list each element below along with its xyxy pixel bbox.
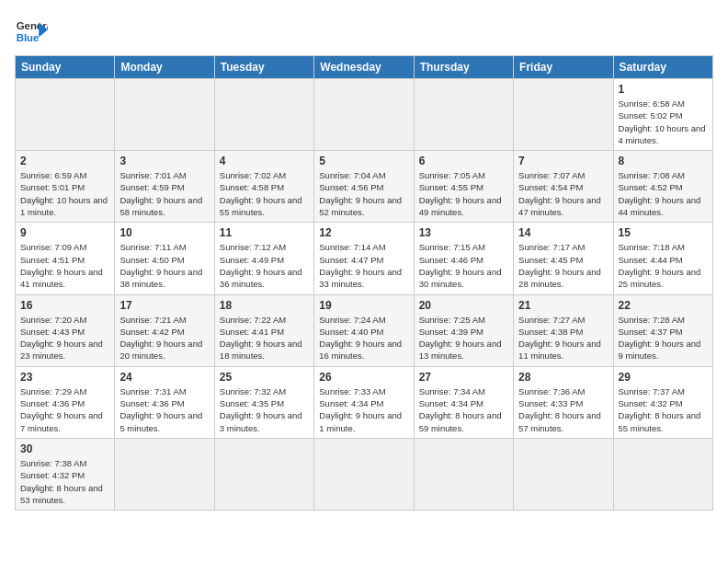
calendar-cell [115, 79, 214, 151]
day-info: Sunrise: 7:28 AM Sunset: 4:37 PM Dayligh… [619, 314, 708, 362]
calendar-week-row: 16Sunrise: 7:20 AM Sunset: 4:43 PM Dayli… [16, 294, 713, 366]
calendar-cell: 26Sunrise: 7:33 AM Sunset: 4:34 PM Dayli… [314, 366, 414, 438]
day-number: 28 [518, 371, 608, 384]
day-number: 3 [119, 155, 209, 167]
calendar-cell [16, 79, 115, 151]
calendar-week-row: 9Sunrise: 7:09 AM Sunset: 4:51 PM Daylig… [16, 223, 713, 294]
calendar-cell: 22Sunrise: 7:28 AM Sunset: 4:37 PM Dayli… [613, 294, 712, 366]
day-number: 13 [419, 226, 508, 239]
calendar-cell: 13Sunrise: 7:15 AM Sunset: 4:46 PM Dayli… [414, 223, 513, 294]
calendar-cell: 6Sunrise: 7:05 AM Sunset: 4:55 PM Daylig… [414, 151, 513, 223]
calendar-cell: 16Sunrise: 7:20 AM Sunset: 4:43 PM Dayli… [16, 294, 115, 366]
day-info: Sunrise: 7:37 AM Sunset: 4:32 PM Dayligh… [619, 385, 708, 434]
day-number: 14 [518, 226, 608, 239]
day-info: Sunrise: 7:11 AM Sunset: 4:50 PM Dayligh… [119, 241, 209, 290]
day-info: Sunrise: 7:36 AM Sunset: 4:33 PM Dayligh… [518, 385, 608, 434]
calendar-week-row: 2Sunrise: 6:59 AM Sunset: 5:01 PM Daylig… [16, 151, 713, 223]
day-number: 8 [619, 155, 708, 167]
calendar-cell: 7Sunrise: 7:07 AM Sunset: 4:54 PM Daylig… [514, 151, 613, 223]
day-info: Sunrise: 7:18 AM Sunset: 4:44 PM Dayligh… [619, 241, 708, 290]
calendar-cell: 12Sunrise: 7:14 AM Sunset: 4:47 PM Dayli… [314, 223, 414, 294]
day-number: 1 [619, 83, 708, 96]
day-info: Sunrise: 7:24 AM Sunset: 4:40 PM Dayligh… [319, 314, 408, 362]
calendar-cell: 15Sunrise: 7:18 AM Sunset: 4:44 PM Dayli… [613, 223, 712, 294]
day-number: 7 [518, 155, 608, 167]
calendar-cell [214, 438, 313, 510]
generalblue-logo-icon: General Blue [15, 15, 48, 48]
day-number: 27 [419, 371, 508, 384]
calendar-cell [115, 438, 214, 510]
day-header-sunday: Sunday [16, 56, 115, 79]
calendar-header-row: SundayMondayTuesdayWednesdayThursdayFrid… [16, 56, 713, 79]
day-number: 17 [119, 299, 209, 312]
day-info: Sunrise: 7:05 AM Sunset: 4:55 PM Dayligh… [419, 169, 508, 218]
calendar-cell: 23Sunrise: 7:29 AM Sunset: 4:36 PM Dayli… [16, 366, 115, 438]
day-header-wednesday: Wednesday [314, 56, 414, 79]
day-number: 12 [319, 226, 408, 239]
calendar-cell [414, 438, 513, 510]
calendar-cell [514, 79, 613, 151]
calendar-cell: 17Sunrise: 7:21 AM Sunset: 4:42 PM Dayli… [115, 294, 214, 366]
day-number: 22 [619, 299, 708, 312]
day-header-tuesday: Tuesday [214, 56, 313, 79]
day-info: Sunrise: 6:59 AM Sunset: 5:01 PM Dayligh… [20, 169, 109, 218]
day-info: Sunrise: 7:22 AM Sunset: 4:41 PM Dayligh… [220, 314, 309, 362]
calendar-week-row: 1Sunrise: 6:58 AM Sunset: 5:02 PM Daylig… [16, 79, 713, 151]
logo: General Blue [15, 15, 48, 48]
calendar-cell [414, 79, 513, 151]
day-info: Sunrise: 7:32 AM Sunset: 4:35 PM Dayligh… [220, 385, 309, 434]
day-info: Sunrise: 7:20 AM Sunset: 4:43 PM Dayligh… [20, 314, 109, 362]
day-info: Sunrise: 7:17 AM Sunset: 4:45 PM Dayligh… [518, 241, 608, 290]
day-number: 10 [119, 226, 209, 239]
calendar-cell: 14Sunrise: 7:17 AM Sunset: 4:45 PM Dayli… [514, 223, 613, 294]
day-number: 9 [20, 226, 109, 239]
day-number: 19 [319, 299, 408, 312]
calendar-cell: 2Sunrise: 6:59 AM Sunset: 5:01 PM Daylig… [16, 151, 115, 223]
calendar-cell: 11Sunrise: 7:12 AM Sunset: 4:49 PM Dayli… [214, 223, 313, 294]
day-info: Sunrise: 7:25 AM Sunset: 4:39 PM Dayligh… [419, 314, 508, 362]
day-number: 6 [419, 155, 508, 167]
day-info: Sunrise: 7:21 AM Sunset: 4:42 PM Dayligh… [119, 314, 209, 362]
day-info: Sunrise: 7:07 AM Sunset: 4:54 PM Dayligh… [518, 169, 608, 218]
calendar-cell: 8Sunrise: 7:08 AM Sunset: 4:52 PM Daylig… [613, 151, 712, 223]
calendar-cell: 28Sunrise: 7:36 AM Sunset: 4:33 PM Dayli… [514, 366, 613, 438]
day-number: 16 [20, 299, 109, 312]
calendar-week-row: 30Sunrise: 7:38 AM Sunset: 4:32 PM Dayli… [16, 438, 713, 510]
day-header-thursday: Thursday [414, 56, 513, 79]
calendar-cell: 29Sunrise: 7:37 AM Sunset: 4:32 PM Dayli… [613, 366, 712, 438]
calendar-cell: 3Sunrise: 7:01 AM Sunset: 4:59 PM Daylig… [115, 151, 214, 223]
day-info: Sunrise: 7:08 AM Sunset: 4:52 PM Dayligh… [619, 169, 708, 218]
day-number: 4 [220, 155, 309, 167]
day-number: 30 [20, 442, 109, 455]
day-info: Sunrise: 7:34 AM Sunset: 4:34 PM Dayligh… [419, 385, 508, 434]
day-number: 26 [319, 371, 408, 384]
calendar-table: SundayMondayTuesdayWednesdayThursdayFrid… [15, 55, 713, 511]
calendar-cell [514, 438, 613, 510]
day-number: 24 [119, 371, 209, 384]
day-number: 18 [220, 299, 309, 312]
calendar-cell: 20Sunrise: 7:25 AM Sunset: 4:39 PM Dayli… [414, 294, 513, 366]
day-info: Sunrise: 7:38 AM Sunset: 4:32 PM Dayligh… [20, 457, 109, 506]
day-info: Sunrise: 7:33 AM Sunset: 4:34 PM Dayligh… [319, 385, 408, 434]
day-header-friday: Friday [514, 56, 613, 79]
day-number: 20 [419, 299, 508, 312]
day-number: 11 [220, 226, 309, 239]
calendar-cell: 10Sunrise: 7:11 AM Sunset: 4:50 PM Dayli… [115, 223, 214, 294]
day-number: 5 [319, 155, 408, 167]
calendar-cell: 30Sunrise: 7:38 AM Sunset: 4:32 PM Dayli… [16, 438, 115, 510]
calendar-cell [314, 438, 414, 510]
day-number: 23 [20, 371, 109, 384]
day-info: Sunrise: 7:15 AM Sunset: 4:46 PM Dayligh… [419, 241, 508, 290]
calendar-cell: 27Sunrise: 7:34 AM Sunset: 4:34 PM Dayli… [414, 366, 513, 438]
day-header-monday: Monday [115, 56, 214, 79]
calendar-week-row: 23Sunrise: 7:29 AM Sunset: 4:36 PM Dayli… [16, 366, 713, 438]
day-info: Sunrise: 6:58 AM Sunset: 5:02 PM Dayligh… [619, 98, 708, 146]
calendar-cell: 24Sunrise: 7:31 AM Sunset: 4:36 PM Dayli… [115, 366, 214, 438]
calendar-cell: 25Sunrise: 7:32 AM Sunset: 4:35 PM Dayli… [214, 366, 313, 438]
day-info: Sunrise: 7:12 AM Sunset: 4:49 PM Dayligh… [220, 241, 309, 290]
day-number: 21 [518, 299, 608, 312]
day-info: Sunrise: 7:27 AM Sunset: 4:38 PM Dayligh… [518, 314, 608, 362]
calendar-cell: 19Sunrise: 7:24 AM Sunset: 4:40 PM Dayli… [314, 294, 414, 366]
day-number: 2 [20, 155, 109, 167]
calendar-cell [613, 438, 712, 510]
